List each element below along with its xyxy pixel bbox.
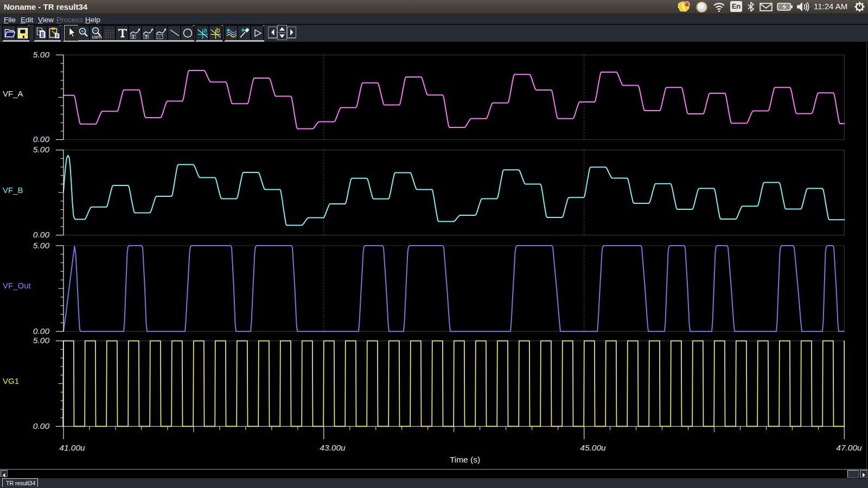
svg-text:0.00: 0.00 — [33, 421, 50, 431]
svg-text:43.00u: 43.00u — [320, 443, 346, 452]
svg-text:5.00: 5.00 — [33, 145, 50, 154]
svg-text:T: T — [132, 35, 135, 40]
svg-text:b: b — [216, 27, 220, 34]
svg-text:5.00: 5.00 — [33, 241, 50, 250]
svg-text:VF_Out: VF_Out — [3, 281, 31, 290]
svg-text:5.00: 5.00 — [33, 50, 50, 59]
svg-text:45.00u: 45.00u — [580, 443, 606, 452]
svg-text:Time (s): Time (s) — [450, 455, 480, 464]
svg-text:VG1: VG1 — [3, 376, 19, 386]
svg-text:VF_A: VF_A — [3, 89, 23, 98]
svg-text:47.00u: 47.00u — [836, 443, 862, 452]
svg-text:0.00: 0.00 — [33, 230, 50, 239]
svg-text:100%: 100% — [92, 35, 102, 40]
svg-text:0.00: 0.00 — [33, 326, 50, 336]
svg-text:5.00: 5.00 — [33, 336, 50, 345]
svg-text:0.00: 0.00 — [33, 134, 50, 144]
svg-text:a: a — [203, 27, 207, 34]
svg-text:?: ? — [145, 34, 148, 40]
svg-text:VF_B: VF_B — [3, 185, 23, 195]
svg-text:4: 4 — [686, 2, 688, 7]
svg-text:41.00u: 41.00u — [59, 443, 85, 452]
